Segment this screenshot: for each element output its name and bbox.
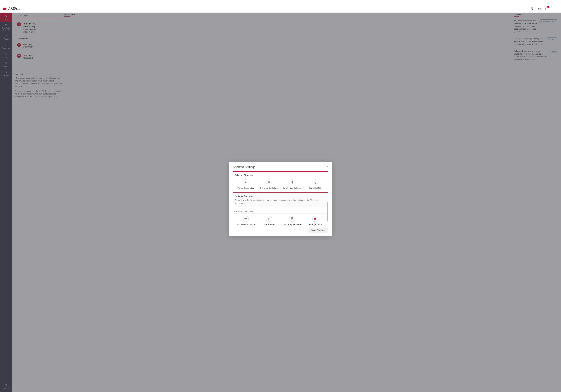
svg-rect-27 <box>314 219 315 220</box>
apps-grid-icon <box>531 7 533 10</box>
available-shortcuts-section: Available Shortcuts To add any of the fo… <box>233 192 328 206</box>
available-subtitle: To add any of the following items to you… <box>235 198 327 205</box>
shortcut-funds-subscription[interactable]: Funds Subscription <box>235 179 257 189</box>
save-changes-button[interactable]: Save Changes <box>308 227 328 233</box>
logo-text: 大新銀行 DAH SING BANK <box>8 7 20 11</box>
modal-title: Shortcut Settings <box>233 165 328 169</box>
scrollbar-thumb[interactable] <box>327 202 328 221</box>
shortcut-fps-qr[interactable]: FPS FPS QR Code <box>304 216 326 226</box>
svg-text:$: $ <box>291 182 292 183</box>
svg-text:FPS: FPS <box>315 217 316 218</box>
svg-text:€: € <box>314 182 315 182</box>
logo-icon <box>3 7 7 10</box>
browser-top-gap <box>0 0 561 5</box>
shortcut-online-limits[interactable]: Online Limits Settings <box>258 179 280 189</box>
close-icon <box>326 165 329 168</box>
shortcut-small-value[interactable]: $ Small-Value Settings <box>281 179 303 189</box>
shortcut-buy-sell-fx[interactable]: €$ Buy / Sell FX <box>304 179 326 189</box>
svg-rect-6 <box>245 182 245 183</box>
limits-icon <box>266 179 272 185</box>
svg-rect-7 <box>246 182 246 183</box>
fx-icon: €$ <box>312 179 318 185</box>
shortcut-settings-modal: Shortcut Settings Selected Shortcuts Fun… <box>229 162 332 236</box>
funds-icon <box>243 179 249 185</box>
language-button[interactable]: 繁體 <box>536 5 543 13</box>
shortcut-local-transfer[interactable]: Local Transfer <box>258 216 280 226</box>
messages-badge: 99+ <box>547 6 550 8</box>
group-transfers-heading: Transfers & Payments <box>234 209 327 214</box>
svg-rect-25 <box>314 218 315 219</box>
messages-button[interactable]: 99+ <box>543 5 551 13</box>
selected-shortcuts-section: Selected Shortcuts Funds Subscription On… <box>233 171 328 190</box>
close-button[interactable] <box>326 165 329 168</box>
mail-icon <box>546 8 549 10</box>
bank-logo: 大新銀行 DAH SING BANK <box>3 7 20 11</box>
shortcut-own-accounts-transfer[interactable]: Own Accounts Transfer <box>235 216 257 226</box>
available-title: Available Shortcuts <box>235 195 327 197</box>
apps-button[interactable] <box>528 5 536 13</box>
selected-title: Selected Shortcuts <box>235 174 327 177</box>
svg-text:$: $ <box>315 182 316 183</box>
svg-rect-26 <box>315 218 316 219</box>
lock-icon <box>554 8 556 10</box>
small-value-icon: $ <box>289 179 295 185</box>
shortcut-transfer-templates[interactable]: $ Transfer by Templates <box>281 216 303 226</box>
local-transfer-icon <box>266 216 272 222</box>
template-icon: $ <box>289 216 295 222</box>
logout-button[interactable] <box>551 5 558 13</box>
app-header: 大新銀行 DAH SING BANK 繁體 99+ <box>0 5 561 13</box>
svg-text:$: $ <box>292 217 292 218</box>
svg-point-15 <box>292 182 293 184</box>
own-transfer-icon <box>243 216 249 222</box>
qr-icon: FPS <box>312 216 318 222</box>
svg-point-11 <box>269 182 269 183</box>
